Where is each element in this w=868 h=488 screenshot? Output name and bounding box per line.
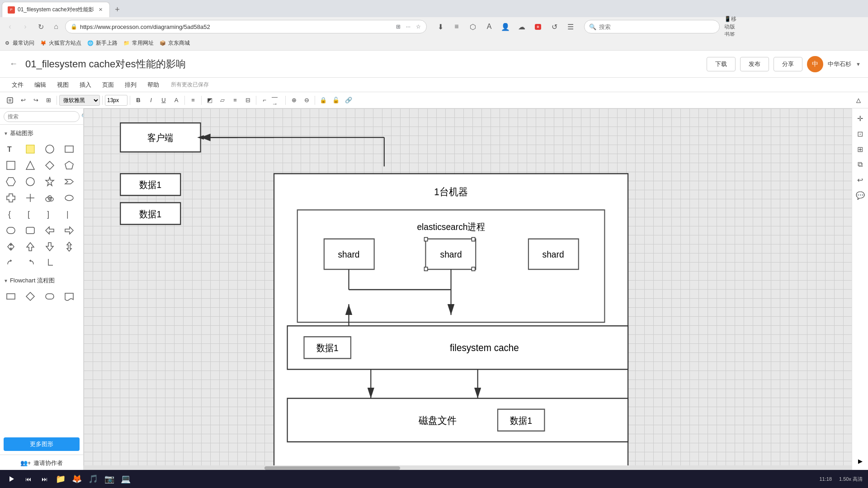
bracket-right-shape[interactable]: ] — [42, 207, 57, 221]
menu-insert[interactable]: 插入 — [75, 79, 96, 91]
font-family-select[interactable]: 微软雅黑 — [59, 95, 100, 106]
taskbar-app1-button[interactable]: 🎵 — [87, 473, 99, 485]
forward-button[interactable]: › — [19, 20, 32, 33]
underline-button[interactable]: U — [158, 94, 170, 106]
publish-button[interactable]: 发布 — [740, 57, 769, 71]
right-panel-collapse[interactable]: ▶ — [854, 455, 867, 467]
share-button[interactable]: 分享 — [774, 57, 802, 71]
basic-shapes-header[interactable]: ▼ 基础图形 — [4, 128, 80, 138]
home-button[interactable]: ⌂ — [50, 20, 62, 33]
rectangle-shape[interactable] — [62, 142, 76, 156]
sticky-note-shape[interactable] — [23, 142, 38, 156]
redo-button[interactable]: ↪ — [30, 94, 42, 106]
line-style-button[interactable]: ≡ — [229, 94, 241, 106]
triangle-shape[interactable] — [23, 158, 38, 173]
line-type-button[interactable]: —→ — [271, 94, 283, 106]
mobile-bookmarks-icon[interactable]: 📱移动版书签 — [724, 19, 739, 34]
browser-overflow-icon[interactable]: ☰ — [563, 19, 578, 34]
library-icon[interactable]: ≡ — [449, 19, 464, 34]
browser-search-bar[interactable]: 🔍 — [584, 20, 720, 33]
italic-button[interactable]: I — [145, 94, 157, 106]
menu-file[interactable]: 文件 — [7, 79, 28, 91]
sync-icon[interactable]: ☁ — [514, 19, 529, 34]
bookmark-firefox[interactable]: 🦊 火狐官方站点 — [40, 39, 81, 47]
chevron-shape[interactable] — [62, 174, 76, 189]
right-arrow-shape[interactable] — [62, 223, 76, 238]
square-shape[interactable] — [4, 158, 18, 173]
taskbar-app3-button[interactable]: 💻 — [119, 473, 132, 485]
unlock-button[interactable]: 🔓 — [330, 94, 342, 106]
undo-icon[interactable]: ↺ — [547, 19, 561, 34]
taskbar-firefox-button[interactable]: 🦊 — [71, 473, 83, 485]
curved-arrow2-shape[interactable] — [23, 256, 38, 270]
taskbar-app2-button[interactable]: 📷 — [103, 473, 116, 485]
link-button[interactable]: 🔗 — [343, 94, 354, 106]
taskbar-play-button[interactable] — [5, 473, 18, 485]
canvas-area[interactable]: 客户端 数据1 数据1 1台机器 — [84, 108, 852, 471]
bookmark-jd[interactable]: 📦 京东商城 — [159, 39, 190, 47]
shape-search-input[interactable] — [4, 111, 80, 122]
user-name[interactable]: 中华石杉 — [828, 60, 851, 68]
star-shape[interactable] — [42, 174, 57, 189]
search-input[interactable] — [599, 23, 715, 30]
bold-button[interactable]: B — [132, 94, 144, 106]
taskbar-prev-button[interactable]: ⏮ — [22, 473, 34, 485]
L-shape[interactable] — [42, 256, 57, 270]
diagram-svg[interactable]: 客户端 数据1 数据1 1台机器 — [84, 108, 852, 471]
ellipse-shape[interactable] — [42, 142, 57, 156]
menu-edit[interactable]: 编辑 — [30, 79, 51, 91]
app-back-button[interactable]: ← — [7, 58, 20, 70]
active-tab[interactable]: P 01_filesystem cache对es性能影 ✕ — [2, 2, 110, 17]
profile-icon[interactable]: 👤 — [498, 19, 513, 34]
menu-arrange[interactable]: 排列 — [120, 79, 141, 91]
diamond-shape[interactable] — [42, 158, 57, 173]
toolbar-collapse-button[interactable]: △ — [853, 94, 864, 106]
left-arrow-shape[interactable] — [42, 223, 57, 238]
brace-shape2[interactable]: | — [62, 207, 76, 221]
zoom-fit-tool[interactable]: ⊡ — [854, 127, 867, 140]
line-width-button[interactable]: ⊟ — [242, 94, 254, 106]
menu-help[interactable]: 帮助 — [143, 79, 164, 91]
scroll-thumb[interactable] — [264, 466, 400, 470]
line-color-button[interactable]: ▱ — [217, 94, 228, 106]
align-button[interactable]: ≡ — [187, 94, 199, 106]
taskbar-folder-button[interactable]: 📁 — [54, 473, 67, 485]
cross-shape[interactable] — [4, 191, 18, 205]
fill-color-button[interactable]: ◩ — [204, 94, 216, 106]
cursor-tool[interactable] — [4, 94, 16, 107]
flowchart-header[interactable]: ▼ Flowchart 流程图 — [4, 276, 80, 286]
undo-button[interactable]: ↩ — [17, 94, 29, 106]
more-shapes-button[interactable]: 更多图形 — [4, 437, 80, 451]
layers-tool[interactable]: ⧉ — [854, 158, 867, 171]
new-tab-button[interactable]: + — [110, 2, 124, 17]
terminator-shape[interactable] — [42, 289, 57, 304]
brace-left-shape[interactable]: { — [4, 207, 18, 221]
download-icon[interactable]: ⬇ — [433, 19, 448, 34]
double-arrow-shape[interactable] — [4, 239, 18, 254]
url-bar[interactable]: 🔒 https://www.processon.com/diagraming/5… — [65, 20, 427, 33]
paste-style-button[interactable]: ⊖ — [301, 94, 312, 106]
up-arrow-shape[interactable] — [23, 239, 38, 254]
tab-close-button[interactable]: ✕ — [97, 6, 104, 14]
format-paint-button[interactable]: ⊞ — [42, 94, 54, 106]
text-shape[interactable]: T — [4, 142, 18, 156]
connection-style-button[interactable]: ⌐ — [259, 94, 270, 106]
refresh-button[interactable]: ↻ — [34, 20, 47, 33]
grid-tool[interactable]: ⊞ — [854, 143, 867, 155]
chat-tool[interactable]: 💬 — [854, 189, 867, 202]
bookmark-newbie[interactable]: 🌐 新手上路 — [87, 39, 118, 47]
menu-page[interactable]: 页面 — [98, 79, 118, 91]
bracket-left-shape[interactable]: [ — [23, 207, 38, 221]
pentagon-shape[interactable] — [62, 158, 76, 173]
plus-shape[interactable] — [23, 191, 38, 205]
cloud-shape[interactable] — [42, 191, 57, 205]
lock-button[interactable]: 🔒 — [317, 94, 329, 106]
back-button[interactable]: ‹ — [4, 20, 16, 33]
invite-collaborator-button[interactable]: 👥+ 邀请协作者 — [0, 455, 83, 471]
taskbar-next-button[interactable]: ⏭ — [38, 473, 51, 485]
history-tool[interactable]: ↩ — [854, 174, 867, 186]
decision-shape[interactable] — [23, 289, 38, 304]
user-avatar[interactable]: 中 — [807, 56, 823, 72]
font-size-input[interactable] — [105, 95, 127, 106]
circle-shape[interactable] — [23, 174, 38, 189]
